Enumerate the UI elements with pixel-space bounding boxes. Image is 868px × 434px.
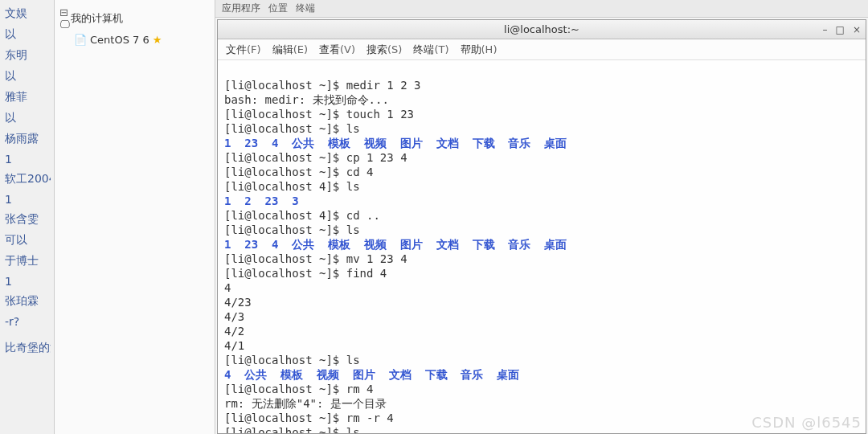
list-item[interactable]: 于博士: [3, 251, 51, 272]
guest-display-area: 应用程序 位置 终端 li@localhost:~ – □ × 文件(F) 编辑…: [215, 0, 868, 434]
term-line: 4/23: [224, 296, 252, 309]
list-item[interactable]: 文娱: [3, 3, 51, 24]
list-item[interactable]: 以: [3, 24, 51, 45]
term-line: [li@localhost ~]$ ls: [224, 426, 360, 433]
term-line: [li@localhost ~]$ touch 1 23: [224, 108, 414, 121]
term-line: [li@localhost 4]$ cd ..: [224, 209, 380, 222]
menu-edit[interactable]: 编辑(E): [272, 43, 308, 56]
term-line: [li@localhost ~]$ medir 1 2 3: [224, 79, 420, 92]
list-item[interactable]: 杨雨露: [3, 129, 51, 149]
term-line: 4/3: [224, 310, 244, 323]
tree-root-my-computer[interactable]: ⊟ 🖵 我的计算机: [59, 5, 210, 32]
term-line: 4/1: [224, 339, 244, 352]
terminal-output[interactable]: [li@localhost ~]$ medir 1 2 3 bash: medi…: [218, 60, 866, 433]
term-line: [li@localhost 4]$ ls: [224, 180, 360, 193]
term-ls-output: 4 公共 模板 视频 图片 文档 下载 音乐 桌面: [224, 368, 519, 381]
list-item[interactable]: 1: [3, 272, 51, 291]
favorite-star-icon[interactable]: ★: [153, 34, 162, 46]
list-item[interactable]: 软工2004: [3, 169, 51, 190]
menu-places[interactable]: 位置: [268, 2, 288, 15]
menu-view[interactable]: 查看(V): [319, 43, 355, 56]
term-line: [li@localhost ~]$ ls: [224, 122, 360, 135]
watermark: CSDN @l6545: [751, 414, 862, 431]
menu-terminal[interactable]: 终端(T): [413, 43, 448, 56]
term-line: 4: [224, 281, 231, 294]
term-line: [li@localhost ~]$ rm -r 4: [224, 411, 394, 424]
list-item[interactable]: 雅菲: [3, 87, 51, 108]
menu-help[interactable]: 帮助(H): [461, 43, 497, 56]
tree-root-label: 我的计算机: [71, 11, 123, 26]
term-line: [li@localhost ~]$ cd 4: [224, 166, 373, 178]
term-ls-output: 1 23 4 公共 模板 视频 图片 文档 下载 音乐 桌面: [224, 137, 567, 149]
term-line: 4/2: [224, 325, 244, 338]
list-item[interactable]: 张含雯: [3, 209, 51, 230]
list-item[interactable]: 可以: [3, 230, 51, 251]
list-item[interactable]: 1: [3, 190, 51, 209]
list-item[interactable]: -r?: [3, 312, 51, 331]
list-item[interactable]: 东明: [3, 45, 51, 66]
list-item[interactable]: 1: [3, 149, 51, 169]
vm-icon: 📄: [74, 34, 87, 46]
menu-applications[interactable]: 应用程序: [222, 2, 260, 15]
term-line: [li@localhost ~]$ ls: [224, 223, 360, 236]
vm-label: CentOS 7 6: [90, 34, 149, 46]
buddy-list-panel: 文娱 以 东明 以 雅菲 以 杨雨露 1 软工2004 1 张含雯 可以 于博士…: [0, 0, 55, 434]
term-line: [li@localhost ~]$ rm 4: [224, 383, 373, 395]
term-line: [li@localhost ~]$ mv 1 23 4: [224, 252, 407, 265]
list-item[interactable]: 以: [3, 66, 51, 87]
list-item[interactable]: 以: [3, 108, 51, 129]
terminal-menubar: 文件(F) 编辑(E) 查看(V) 搜索(S) 终端(T) 帮助(H): [218, 39, 866, 60]
vm-tree-panel: ⊟ 🖵 我的计算机 📄 CentOS 7 6 ★: [55, 0, 215, 434]
term-ls-output: 1 2 23 3: [224, 194, 299, 207]
term-line: rm: 无法删除"4": 是一个目录: [224, 397, 387, 410]
tree-vm-centos[interactable]: 📄 CentOS 7 6 ★: [59, 32, 210, 47]
list-item[interactable]: [3, 331, 51, 338]
list-item[interactable]: 比奇堡的派: [3, 338, 51, 358]
menu-terminal[interactable]: 终端: [296, 2, 315, 15]
maximize-button[interactable]: □: [836, 24, 845, 35]
term-ls-output: 1 23 4 公共 模板 视频 图片 文档 下载 音乐 桌面: [224, 238, 567, 251]
collapse-icon[interactable]: ⊟ 🖵: [59, 6, 68, 31]
list-item[interactable]: 张珀霖: [3, 291, 51, 312]
terminal-window: li@localhost:~ – □ × 文件(F) 编辑(E) 查看(V) 搜…: [217, 19, 866, 434]
term-line: [li@localhost ~]$ find 4: [224, 267, 387, 280]
window-titlebar[interactable]: li@localhost:~ – □ ×: [218, 20, 866, 39]
term-line: bash: medir: 未找到命令...: [224, 93, 389, 106]
window-title: li@localhost:~: [504, 23, 579, 35]
term-line: [li@localhost ~]$ cp 1 23 4: [224, 151, 407, 164]
close-button[interactable]: ×: [853, 24, 861, 35]
menu-file[interactable]: 文件(F): [226, 43, 261, 56]
minimize-button[interactable]: –: [823, 24, 828, 35]
menu-search[interactable]: 搜索(S): [366, 43, 402, 56]
term-line: [li@localhost ~]$ ls: [224, 354, 360, 366]
gnome-top-bar: 应用程序 位置 终端: [215, 0, 868, 18]
